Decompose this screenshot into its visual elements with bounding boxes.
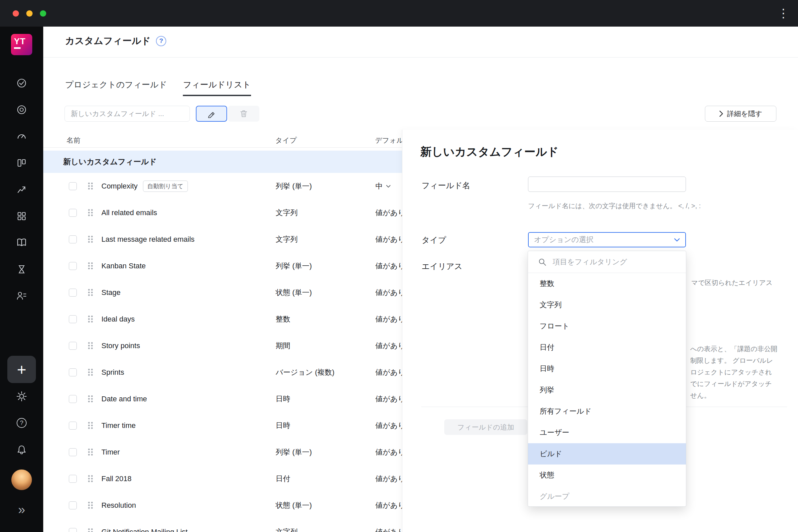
dropdown-option[interactable]: 所有フィールド xyxy=(528,401,686,422)
collapse-sidebar-button[interactable]: » xyxy=(0,498,43,521)
row-checkbox[interactable] xyxy=(69,368,77,376)
sidebar-item-settings[interactable] xyxy=(0,383,43,410)
row-checkbox[interactable] xyxy=(69,528,77,532)
chevron-down-icon[interactable] xyxy=(386,185,391,188)
panel-title: 新しいカスタムフィールド xyxy=(420,144,558,159)
row-checkbox[interactable] xyxy=(69,209,77,217)
drag-handle-icon[interactable] xyxy=(88,262,93,270)
add-field-button[interactable]: フィールドの追加 xyxy=(444,419,527,435)
drag-handle-icon[interactable] xyxy=(88,289,93,296)
row-checkbox[interactable] xyxy=(69,342,77,350)
panel-sidenote-fragment: ロジェクトにアタッチされ xyxy=(690,368,772,377)
overflow-menu-icon[interactable]: ⋮ xyxy=(777,7,790,19)
new-custom-field-input[interactable] xyxy=(64,106,190,122)
window-zoom-button[interactable] xyxy=(40,10,46,17)
sidebar-item-knowledge-base[interactable] xyxy=(0,229,43,256)
drag-handle-icon[interactable] xyxy=(88,369,93,376)
dropdown-option[interactable]: 日時 xyxy=(528,358,686,379)
row-checkbox[interactable] xyxy=(69,182,77,190)
dropdown-option[interactable]: ユーザー xyxy=(528,422,686,443)
row-checkbox[interactable] xyxy=(69,475,77,483)
page-help-icon[interactable]: ? xyxy=(156,36,166,46)
row-checkbox[interactable] xyxy=(69,315,77,323)
row-type: 日時 xyxy=(276,394,375,404)
dropdown-option[interactable]: 整数 xyxy=(528,273,686,294)
drag-handle-icon[interactable] xyxy=(88,209,93,216)
selected-row-label: 新しいカスタムフィールド xyxy=(63,157,157,167)
tab-field-list[interactable]: フィールドリスト xyxy=(183,79,251,96)
dropdown-option[interactable]: 状態 xyxy=(528,464,686,486)
row-checkbox[interactable] xyxy=(69,422,77,430)
sidebar-item-notifications[interactable] xyxy=(0,436,43,463)
row-checkbox[interactable] xyxy=(69,395,77,403)
sidebar-item-tasks[interactable] xyxy=(0,70,43,96)
row-name-text: Story points xyxy=(101,341,140,350)
window-close-button[interactable] xyxy=(13,10,19,17)
youtrack-logo[interactable]: YT xyxy=(11,34,32,55)
row-type: 期間 xyxy=(276,341,375,351)
sidebar-item-agile[interactable] xyxy=(0,96,43,123)
row-name-cell: Last message related emails xyxy=(101,235,276,244)
dropdown-options: 整数 文字列 フロート 日付 日時 列挙 所有フィールド ユーザー ビルド 状態… xyxy=(528,273,686,507)
row-checkbox[interactable] xyxy=(69,262,77,270)
column-header-type[interactable]: タイプ xyxy=(275,136,297,145)
panel-sidenote-fragment: でにフィールドがアタッチ xyxy=(690,379,772,388)
window-controls xyxy=(13,10,46,17)
create-new-button[interactable]: + xyxy=(7,356,36,383)
drag-handle-icon[interactable] xyxy=(88,183,93,190)
sidebar-item-help[interactable]: ? xyxy=(0,410,43,436)
drag-handle-icon[interactable] xyxy=(88,395,93,403)
sidebar-item-dashboard[interactable] xyxy=(0,123,43,150)
row-name-text: Resolution xyxy=(101,501,136,510)
dropdown-option-label: 整数 xyxy=(540,279,554,289)
dropdown-option[interactable]: 列挙 xyxy=(528,379,686,401)
hide-details-button[interactable]: 詳細を隠す xyxy=(705,106,776,122)
drag-handle-icon[interactable] xyxy=(88,236,93,243)
dropdown-option-label: 文字列 xyxy=(540,300,562,310)
book-icon xyxy=(16,237,27,248)
row-type: 文字列 xyxy=(276,208,375,218)
dropdown-option[interactable]: 文字列 xyxy=(528,294,686,316)
drag-handle-icon[interactable] xyxy=(88,502,93,509)
dropdown-option[interactable]: フロート xyxy=(528,316,686,337)
delete-field-button[interactable] xyxy=(228,106,259,122)
field-name-input[interactable] xyxy=(528,176,686,192)
sidebar-item-users[interactable] xyxy=(0,283,43,309)
type-select[interactable]: オプションの選択 xyxy=(528,232,686,247)
sidebar-item-timesheets[interactable] xyxy=(0,256,43,283)
window-minimize-button[interactable] xyxy=(26,10,33,17)
row-name-text: Last message related emails xyxy=(101,235,194,244)
row-checkbox[interactable] xyxy=(69,501,77,509)
dropdown-filter-input[interactable] xyxy=(553,258,679,266)
drag-handle-icon[interactable] xyxy=(88,475,93,482)
dropdown-option[interactable]: 日付 xyxy=(528,337,686,358)
drag-handle-icon[interactable] xyxy=(88,449,93,456)
row-checkbox[interactable] xyxy=(69,289,77,297)
edit-field-button[interactable] xyxy=(196,106,227,122)
sidebar-item-reports[interactable] xyxy=(0,176,43,203)
drag-handle-icon[interactable] xyxy=(88,422,93,429)
user-avatar[interactable] xyxy=(11,470,32,490)
help-icon: ? xyxy=(17,418,26,428)
youtrack-logo-underscore xyxy=(14,47,21,49)
drag-handle-icon[interactable] xyxy=(88,528,93,532)
field-name-hint: フィールド名には、次の文字は使用できません。 <, /, >, : xyxy=(528,202,701,210)
search-icon xyxy=(538,258,547,266)
drag-handle-icon[interactable] xyxy=(88,316,93,323)
column-header-name[interactable]: 名前 xyxy=(66,136,80,145)
row-checkbox[interactable] xyxy=(69,448,77,456)
sidebar-item-boards[interactable] xyxy=(0,150,43,176)
row-name-text: Git Notification Mailing List xyxy=(101,528,188,532)
row-name-cell: Kanban State xyxy=(101,262,276,270)
youtrack-custom-fields-page: ⋮ YT xyxy=(0,0,798,532)
tab-project-fields[interactable]: プロジェクトのフィールド xyxy=(65,79,167,96)
dropdown-option[interactable]: グループ xyxy=(528,486,686,507)
drag-handle-icon[interactable] xyxy=(88,342,93,349)
sidebar-item-apps[interactable] xyxy=(0,203,43,229)
panel-sidenote-fragment: 制限します。 グローバルレ xyxy=(690,356,773,365)
row-name-cell: Resolution xyxy=(101,501,276,510)
row-checkbox[interactable] xyxy=(69,235,77,243)
row-type: 文字列 xyxy=(276,527,375,532)
dropdown-option[interactable]: ビルド xyxy=(528,443,686,464)
row-type: 整数 xyxy=(276,314,375,324)
